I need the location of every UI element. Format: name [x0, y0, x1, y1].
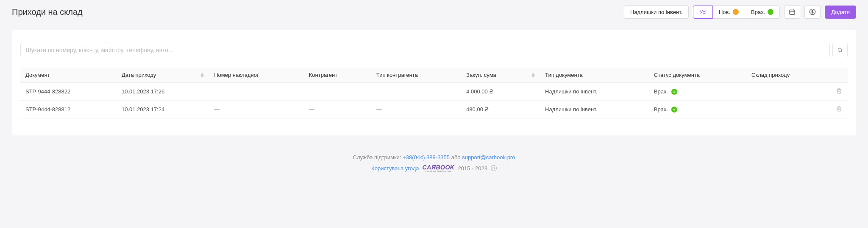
cell-doc-status: Врах.	[649, 83, 746, 101]
col-date[interactable]: Дата приходу	[117, 68, 209, 83]
cell-doc-status: Врах.	[649, 101, 746, 118]
filter-new-button[interactable]: Нов.	[712, 6, 745, 19]
trash-icon	[836, 88, 842, 94]
header-controls: Надлишки по інвент. Усі Нов. Врах. Додат…	[624, 5, 856, 19]
currency-button[interactable]	[804, 5, 821, 19]
cell-actions	[831, 101, 848, 118]
cell-doc-type: Надлишки по інвент.	[540, 83, 649, 101]
svg-rect-0	[790, 10, 795, 14]
cell-document: STP-9444-828812	[20, 101, 117, 118]
cell-counterparty-type: —	[371, 83, 461, 101]
content-card: Документ Дата приходу Номер накладної Ко…	[12, 30, 856, 135]
cell-counterparty-type: —	[371, 101, 461, 118]
calendar-icon	[789, 8, 796, 15]
page-footer: Служба підтримки: +38(044) 389-3355 або …	[0, 141, 868, 189]
check-icon	[671, 89, 677, 95]
cell-warehouse	[746, 101, 831, 118]
cell-invoice: —	[209, 101, 304, 118]
page-title: Приходи на склад	[12, 7, 83, 17]
cell-counterparty: —	[304, 101, 371, 118]
filter-all-button[interactable]: Усі	[693, 6, 713, 19]
footer-legal-line: Користувача угода CAЯBOOK cause we love …	[0, 164, 868, 172]
status-label: Врах.	[654, 106, 668, 113]
cell-purchase-sum: 4 000,00 ₴	[461, 83, 540, 101]
col-counterparty-type[interactable]: Тип контрагента	[371, 68, 461, 83]
search-button[interactable]	[832, 43, 848, 57]
sort-icon	[200, 73, 204, 78]
cell-warehouse	[746, 83, 831, 101]
check-icon	[671, 107, 677, 113]
col-warehouse[interactable]: Склад приходу	[746, 68, 831, 83]
svg-point-5	[838, 48, 841, 51]
status-pending-icon	[733, 9, 739, 15]
col-invoice[interactable]: Номер накладної	[209, 68, 304, 83]
cell-doc-type: Надлишки по інвент.	[540, 101, 649, 118]
support-phone-link[interactable]: +38(044) 389-3355	[403, 154, 450, 160]
col-counterparty[interactable]: Контрагент	[304, 68, 371, 83]
search-input[interactable]	[20, 43, 830, 57]
col-purchase-sum-label: Закуп. сума	[466, 72, 496, 78]
col-document[interactable]: Документ	[20, 68, 117, 83]
cell-date: 10.01.2023 17:24	[117, 101, 209, 118]
page-header: Приходи на склад Надлишки по інвент. Усі…	[0, 0, 868, 24]
registered-icon: R	[491, 165, 497, 171]
table-header-row: Документ Дата приходу Номер накладної Ко…	[20, 68, 848, 83]
cell-counterparty: —	[304, 83, 371, 101]
table-row[interactable]: STP-9444-828822 10.01.2023 17:26 — — — 4…	[20, 83, 848, 101]
delete-button[interactable]	[836, 89, 842, 95]
status-filter-group: Усі Нов. Врах.	[693, 6, 780, 19]
dollar-icon	[809, 8, 816, 15]
trash-icon	[836, 106, 842, 112]
or-label: або	[451, 154, 461, 160]
receipts-table: Документ Дата приходу Номер накладної Ко…	[20, 68, 848, 118]
cell-purchase-sum: 480,00 ₴	[461, 101, 540, 118]
status-accounted-icon	[768, 9, 773, 15]
cell-date: 10.01.2023 17:26	[117, 83, 209, 101]
status-label: Врах.	[654, 88, 668, 95]
user-agreement-link[interactable]: Користувача угода	[371, 165, 419, 172]
calendar-button[interactable]	[784, 5, 800, 19]
filter-accounted-button[interactable]: Врах.	[745, 6, 780, 19]
footer-logo: CAЯBOOK cause we love the cars	[423, 164, 455, 172]
col-purchase-sum[interactable]: Закуп. сума	[461, 68, 540, 83]
sort-icon	[531, 73, 535, 78]
logo-tagline: cause we love the cars	[423, 170, 455, 172]
col-date-label: Дата приходу	[122, 72, 156, 78]
copyright-years: 2015 - 2023	[458, 165, 487, 172]
cell-actions	[831, 83, 848, 101]
support-email-link[interactable]: support@carbook.pro	[462, 154, 515, 160]
filter-accounted-label: Врах.	[751, 9, 765, 15]
col-doc-type[interactable]: Тип документа	[540, 68, 649, 83]
support-label: Служба підтримки:	[353, 154, 401, 160]
cell-document: STP-9444-828822	[20, 83, 117, 101]
col-doc-status[interactable]: Статус документа	[649, 68, 746, 83]
col-actions	[831, 68, 848, 83]
inventory-surplus-button[interactable]: Надлишки по інвент.	[624, 6, 689, 19]
svg-line-6	[841, 51, 842, 52]
search-row	[20, 43, 848, 57]
delete-button[interactable]	[836, 107, 842, 113]
filter-new-label: Нов.	[719, 9, 730, 15]
cell-invoice: —	[209, 83, 304, 101]
add-button[interactable]: Додати	[825, 6, 856, 19]
footer-support-line: Служба підтримки: +38(044) 389-3355 або …	[0, 154, 868, 160]
table-row[interactable]: STP-9444-828812 10.01.2023 17:24 — — — 4…	[20, 101, 848, 118]
search-icon	[837, 47, 843, 53]
